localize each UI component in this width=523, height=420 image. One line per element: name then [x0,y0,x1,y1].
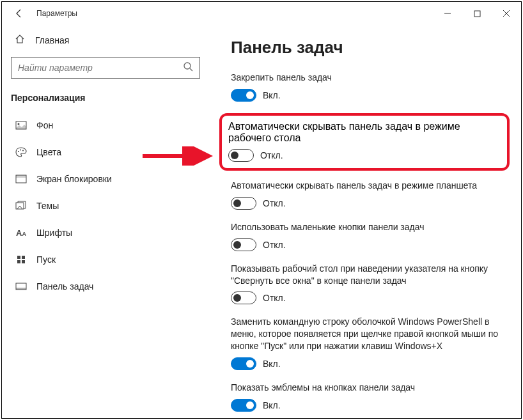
toggle[interactable] [231,292,256,304]
window-controls [433,2,521,25]
setting-desc: Заменить командную строку оболочкой Wind… [231,316,515,352]
toggle-state-label: Откл. [263,293,286,303]
close-button[interactable] [492,2,521,25]
toggle[interactable] [231,89,256,102]
toggle-knob [233,241,241,249]
picture-icon [15,121,27,130]
nav-item-lockscreen[interactable]: Экран блокировки [11,166,203,192]
setting-desc: Автоматически скрывать панель задач в ре… [228,121,501,144]
nav-item-themes[interactable]: Темы [11,192,203,219]
svg-point-8 [18,151,19,152]
toggle-knob [246,91,254,99]
content: Панель задач Закрепить панель задачВкл.А… [212,25,521,418]
page-title: Панель задач [231,38,515,58]
toggle-knob [233,199,241,207]
setting-highlighted: Автоматически скрывать панель задач в ре… [219,113,510,171]
nav-item-label: Фон [36,120,53,130]
nav-item-label: Шрифты [36,228,72,238]
toggle-row: Откл. [228,149,501,162]
setting-desc: Использовать маленькие кнопки панели зад… [231,221,515,233]
nav-home[interactable]: Главная [11,27,203,53]
toggle-row: Откл. [231,238,515,251]
search-input[interactable] [18,63,183,73]
fonts-icon: AA [15,228,27,238]
settings-window: Параметры Главная Персонализация Фон [1,1,522,419]
nav-item-label: Темы [36,201,59,211]
toggle-state-label: Вкл. [263,90,281,100]
palette-icon [15,147,27,157]
nav-item-fonts[interactable]: AA Шрифты [11,219,203,246]
toggle-row: Вкл. [231,89,515,102]
toggle-state-label: Вкл. [263,359,281,369]
minimize-button[interactable] [433,2,462,25]
taskbar-icon [15,283,27,290]
svg-point-7 [18,123,20,125]
toggle-state-label: Откл. [260,150,283,160]
start-icon [15,255,27,264]
toggle-knob [246,401,254,409]
setting: Показать эмблемы на кнопках панели задач… [231,382,515,412]
settings-list: Закрепить панель задачВкл.Автоматически … [231,72,515,412]
home-icon [15,34,25,47]
svg-rect-17 [22,260,25,263]
nav-item-background[interactable]: Фон [11,112,203,139]
toggle-state-label: Вкл. [263,400,281,410]
nav-item-colors[interactable]: Цвета [11,139,203,166]
toggle-row: Вкл. [231,357,515,370]
svg-rect-15 [22,256,25,259]
svg-point-4 [184,63,191,69]
svg-rect-19 [16,288,26,290]
titlebar: Параметры [2,2,521,25]
svg-point-9 [20,150,21,151]
toggle[interactable] [231,197,256,210]
toggle[interactable] [231,357,256,370]
svg-rect-14 [17,256,20,259]
toggle[interactable] [228,149,254,162]
toggle-row: Откл. [231,292,515,304]
category-label: Персонализация [11,93,203,103]
nav-item-start[interactable]: Пуск [11,246,203,273]
lockscreen-icon [15,175,27,183]
setting: Показывать рабочий стол при наведении ук… [231,263,515,305]
back-button[interactable] [7,2,31,25]
maximize-button[interactable] [462,2,492,25]
search-icon [183,61,193,74]
setting: Автоматически скрывать панель задач в ре… [231,180,515,210]
setting-desc: Автоматически скрывать панель задач в ре… [231,180,515,192]
toggle-knob [246,360,254,368]
svg-rect-12 [16,175,26,178]
toggle-knob [231,152,238,159]
setting-desc: Показывать рабочий стол при наведении ук… [231,263,515,287]
nav-item-taskbar[interactable]: Панель задач [11,273,203,300]
setting: Заменить командную строку оболочкой Wind… [231,316,515,370]
toggle-state-label: Откл. [263,198,286,208]
nav-item-label: Пуск [36,254,56,265]
svg-rect-1 [474,11,480,17]
setting: Закрепить панель задачВкл. [231,72,515,102]
toggle[interactable] [231,238,256,251]
setting-desc: Закрепить панель задач [231,72,515,84]
body: Главная Персонализация Фон Цвета Экран б… [2,25,521,418]
setting-desc: Показать эмблемы на кнопках панели задач [231,382,515,394]
nav-item-label: Цвета [36,147,61,157]
search-box[interactable] [11,57,200,79]
nav-item-label: Панель задач [36,281,93,292]
svg-rect-16 [17,260,20,263]
themes-icon [15,201,27,211]
svg-point-10 [22,150,24,152]
toggle-state-label: Откл. [263,240,286,250]
setting: Использовать маленькие кнопки панели зад… [231,221,515,251]
toggle-row: Откл. [231,197,515,210]
sidebar: Главная Персонализация Фон Цвета Экран б… [2,25,212,418]
svg-line-5 [190,68,192,71]
window-title: Параметры [36,9,77,18]
nav-item-label: Экран блокировки [36,174,112,184]
toggle[interactable] [231,399,256,412]
toggle-row: Вкл. [231,399,515,412]
nav-home-label: Главная [35,35,69,45]
toggle-knob [233,294,241,302]
